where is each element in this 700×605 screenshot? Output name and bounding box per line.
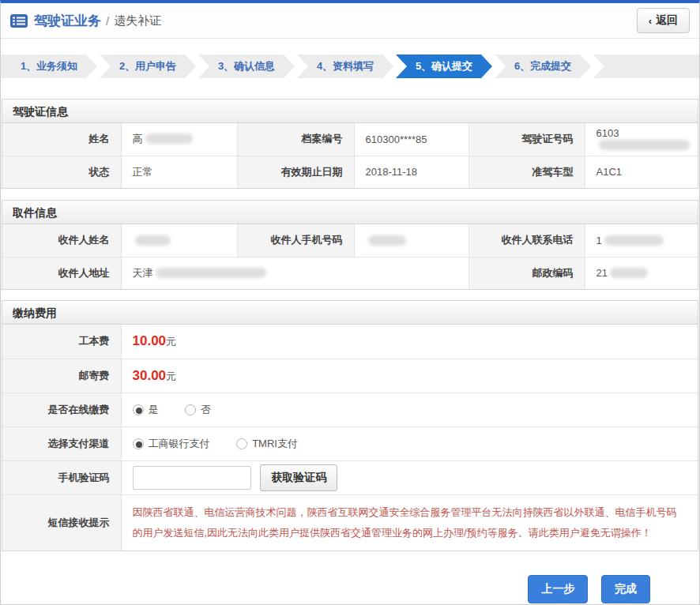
redacted-value <box>610 268 648 278</box>
archive-no-value: 610300****85 <box>354 123 469 156</box>
finish-button[interactable]: 完成 <box>601 575 650 603</box>
redacted-value <box>145 133 193 144</box>
radio-icbc[interactable] <box>133 438 144 449</box>
radio-no-label[interactable]: 否 <box>201 404 211 415</box>
radio-no[interactable] <box>185 404 196 415</box>
radio-yes-label[interactable]: 是 <box>149 404 159 415</box>
vehicle-type-value: A1C1 <box>585 156 698 188</box>
wizard-step-3[interactable]: 3、确认信息 <box>198 54 295 78</box>
license-info-table: 姓名 高 档案编号 610300****85 驾驶证号码 6103 状态 正常 … <box>2 123 698 188</box>
payment-section: 缴纳费用 工本费 10.00元 邮寄费 30.00元 是否在线缴费 是 否 选择… <box>2 300 698 551</box>
wizard-step-1[interactable]: 1、业务须知 <box>1 54 97 78</box>
pickup-info-section: 取件信息 收件人姓名 收件人手机号码 收件人联系电话 1 收件人地址 天津 邮政… <box>2 200 698 290</box>
license-no-value: 6103 <box>585 123 698 156</box>
sms-code-field: 获取验证码 <box>121 460 698 494</box>
radio-icbc-label[interactable]: 工商银行支付 <box>149 438 210 449</box>
postal-code-value: 21 <box>585 257 698 289</box>
pay-channel-label: 选择支付渠道 <box>2 427 121 460</box>
chevron-left-icon: ‹ <box>649 15 652 27</box>
redacted-value <box>156 268 266 278</box>
sms-notice-text: 因陕西省联通、电信运营商技术问题，陕西省互联网交通安全综合服务管理平台无法向持陕… <box>121 494 698 551</box>
table-row: 是否在线缴费 是 否 <box>2 393 698 427</box>
page-title: 驾驶证业务 <box>34 12 101 30</box>
table-row: 选择支付渠道 工商银行支付 TMRI支付 <box>2 427 698 460</box>
address-value: 天津 <box>121 257 469 289</box>
name-label: 姓名 <box>2 123 121 156</box>
recipient-mobile-label: 收件人手机号码 <box>237 224 354 257</box>
radio-tmri[interactable] <box>236 438 247 449</box>
postal-code-label: 邮政编码 <box>469 257 585 289</box>
table-row: 邮寄费 30.00元 <box>2 359 698 393</box>
expiry-label: 有效期止日期 <box>237 156 354 188</box>
recipient-name-value <box>121 224 237 257</box>
online-pay-options: 是 否 <box>121 393 698 427</box>
postage-fee-label: 邮寄费 <box>2 359 121 393</box>
table-row: 姓名 高 档案编号 610300****85 驾驶证号码 6103 <box>2 123 698 156</box>
payment-section-title: 缴纳费用 <box>2 301 698 325</box>
license-info-section: 驾驶证信息 姓名 高 档案编号 610300****85 驾驶证号码 6103 … <box>2 99 698 189</box>
work-fee-value: 10.00元 <box>121 325 698 359</box>
radio-tmri-label[interactable]: TMRI支付 <box>252 438 298 449</box>
redacted-value <box>599 140 690 150</box>
table-row: 手机验证码 获取验证码 <box>2 460 698 494</box>
work-fee-label: 工本费 <box>2 325 121 359</box>
recipient-tel-value: 1 <box>585 224 698 257</box>
table-row: 工本费 10.00元 <box>2 325 698 359</box>
postage-fee-value: 30.00元 <box>121 359 698 393</box>
table-row: 收件人地址 天津 邮政编码 21 <box>2 257 698 289</box>
breadcrumb-separator: / <box>106 14 109 28</box>
wizard-filler <box>593 54 699 78</box>
recipient-tel-label: 收件人联系电话 <box>469 224 585 257</box>
license-section-title: 驾驶证信息 <box>2 100 698 123</box>
back-button-label: 返回 <box>656 13 678 28</box>
form-list-icon <box>10 14 28 28</box>
table-row: 收件人姓名 收件人手机号码 收件人联系电话 1 <box>2 224 698 257</box>
back-button[interactable]: ‹ 返回 <box>637 8 690 33</box>
archive-no-label: 档案编号 <box>237 123 354 156</box>
expiry-value: 2018-11-18 <box>354 156 469 188</box>
table-row: 状态 正常 有效期止日期 2018-11-18 准驾车型 A1C1 <box>2 156 698 188</box>
wizard-step-4[interactable]: 4、资料填写 <box>297 54 393 78</box>
pay-channel-options: 工商银行支付 TMRI支付 <box>121 427 698 460</box>
footer-actions: 上一步 完成 <box>1 575 699 603</box>
wizard-step-2[interactable]: 2、用户申告 <box>100 54 196 78</box>
address-label: 收件人地址 <box>2 257 121 289</box>
license-no-label: 驾驶证号码 <box>469 123 585 156</box>
previous-step-button[interactable]: 上一步 <box>528 575 588 603</box>
page-container: 驾驶证业务 / 遗失补证 ‹ 返回 1、业务须知2、用户申告3、确认信息4、资料… <box>0 0 700 605</box>
online-pay-label: 是否在线缴费 <box>2 393 121 427</box>
vehicle-type-label: 准驾车型 <box>469 156 585 188</box>
get-code-button[interactable]: 获取验证码 <box>260 464 337 491</box>
name-value: 高 <box>121 123 237 156</box>
wizard-step-6[interactable]: 6、完成提交 <box>495 54 591 78</box>
wizard-step-5[interactable]: 5、确认提交 <box>396 54 492 78</box>
sms-code-input[interactable] <box>133 466 251 490</box>
recipient-mobile-value <box>354 224 469 257</box>
page-header: 驾驶证业务 / 遗失补证 ‹ 返回 <box>1 3 699 39</box>
pickup-info-table: 收件人姓名 收件人手机号码 收件人联系电话 1 收件人地址 天津 邮政编码 21 <box>2 224 698 289</box>
pickup-section-title: 取件信息 <box>2 201 698 224</box>
redacted-value <box>604 235 664 246</box>
payment-table: 工本费 10.00元 邮寄费 30.00元 是否在线缴费 是 否 选择支付渠道 … <box>2 325 698 551</box>
sms-notice-label: 短信接收提示 <box>2 494 121 551</box>
status-label: 状态 <box>2 156 121 188</box>
radio-yes[interactable] <box>133 404 144 415</box>
table-row: 短信接收提示 因陕西省联通、电信运营商技术问题，陕西省互联网交通安全综合服务管理… <box>2 494 698 551</box>
redacted-value <box>368 235 406 246</box>
status-value: 正常 <box>121 156 237 188</box>
sms-code-label: 手机验证码 <box>2 460 121 494</box>
redacted-value <box>135 235 171 246</box>
breadcrumb-current: 遗失补证 <box>114 13 161 28</box>
recipient-name-label: 收件人姓名 <box>2 224 121 257</box>
step-wizard: 1、业务须知2、用户申告3、确认信息4、资料填写5、确认提交6、完成提交 <box>1 54 699 78</box>
